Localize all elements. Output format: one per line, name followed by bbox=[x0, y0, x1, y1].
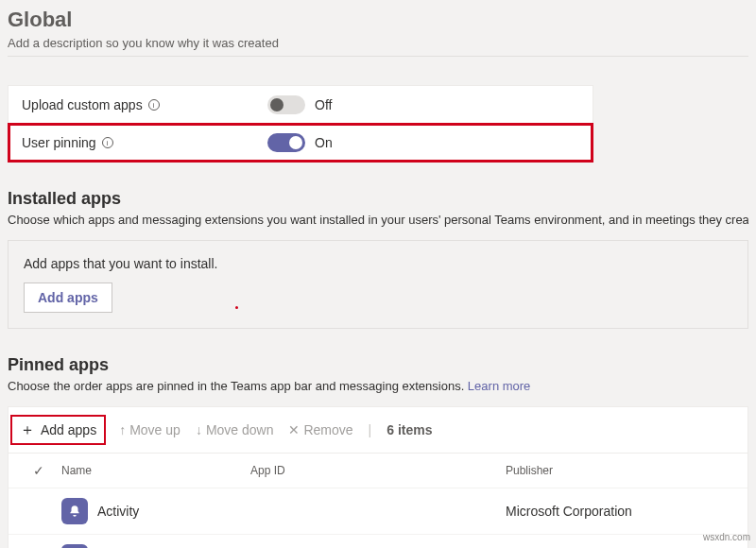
plus-icon: ＋ bbox=[20, 422, 35, 437]
table-header: ✓ Name App ID Publisher bbox=[9, 454, 747, 488]
toggle-state: On bbox=[315, 135, 333, 150]
row-name-cell: Activity bbox=[61, 498, 250, 524]
add-apps-label: Add apps bbox=[41, 422, 96, 437]
pinned-apps-title: Pinned apps bbox=[8, 355, 748, 375]
info-icon[interactable]: i bbox=[148, 99, 160, 111]
row-name: Activity bbox=[97, 504, 139, 519]
label-text: User pinning bbox=[22, 135, 96, 150]
setting-label: Upload custom apps i bbox=[22, 97, 267, 112]
bell-icon bbox=[61, 498, 88, 524]
user-pinning-toggle[interactable] bbox=[267, 133, 305, 152]
setting-label: User pinning i bbox=[22, 135, 267, 150]
move-down-button[interactable]: ↓ Move down bbox=[196, 422, 274, 437]
install-panel-text: Add apps that you want to install. bbox=[24, 256, 732, 271]
move-up-label: Move up bbox=[129, 422, 180, 437]
separator: | bbox=[369, 422, 372, 437]
pinned-apps-toolbar: ＋ Add apps ↑ Move up ↓ Move down ✕ Remov… bbox=[8, 406, 748, 454]
installed-apps-description: Choose which apps and messaging extensio… bbox=[8, 213, 748, 227]
pinned-apps-table: ✓ Name App ID Publisher Activity Microso… bbox=[8, 454, 748, 548]
table-row[interactable]: Activity Microsoft Corporation bbox=[9, 488, 747, 535]
setting-user-pinning: User pinning i On bbox=[9, 124, 593, 162]
row-name-cell: Chat bbox=[61, 544, 250, 548]
table-row[interactable]: Chat Microsoft Corporation bbox=[9, 535, 747, 548]
pinned-add-apps-button[interactable]: ＋ Add apps bbox=[12, 417, 104, 443]
settings-card: Upload custom apps i Off User pinning i … bbox=[8, 85, 593, 163]
desc-text: Choose the order apps are pinned in the … bbox=[8, 379, 468, 393]
toggle-wrap: On bbox=[267, 133, 333, 152]
label-text: Upload custom apps bbox=[22, 97, 143, 112]
move-down-label: Move down bbox=[206, 422, 274, 437]
installed-apps-title: Installed apps bbox=[8, 189, 748, 209]
toggle-wrap: Off bbox=[267, 95, 332, 114]
chat-icon bbox=[61, 544, 88, 548]
remove-label: Remove bbox=[303, 422, 352, 437]
row-publisher: Microsoft Corporation bbox=[506, 504, 740, 519]
marker-dot bbox=[235, 306, 238, 309]
info-icon[interactable]: i bbox=[102, 137, 113, 148]
toggle-state: Off bbox=[315, 97, 332, 112]
setting-upload-custom-apps: Upload custom apps i Off bbox=[9, 86, 593, 124]
remove-button[interactable]: ✕ Remove bbox=[288, 422, 352, 437]
installed-apps-panel: Add apps that you want to install. Add a… bbox=[8, 240, 748, 329]
page-title: Global bbox=[8, 0, 748, 36]
watermark: wsxdn.com bbox=[703, 532, 750, 542]
col-name[interactable]: Name bbox=[61, 464, 250, 477]
pinned-apps-description: Choose the order apps are pinned in the … bbox=[8, 379, 748, 393]
move-up-button[interactable]: ↑ Move up bbox=[119, 422, 180, 437]
col-app-id[interactable]: App ID bbox=[250, 464, 506, 477]
items-count: 6 items bbox=[387, 422, 432, 437]
learn-more-link[interactable]: Learn more bbox=[468, 379, 530, 393]
upload-custom-apps-toggle[interactable] bbox=[267, 95, 305, 114]
page-description: Add a description so you know why it was… bbox=[8, 36, 748, 57]
close-icon: ✕ bbox=[288, 422, 300, 437]
check-all-icon[interactable]: ✓ bbox=[33, 463, 44, 478]
add-apps-button[interactable]: Add apps bbox=[24, 283, 112, 313]
arrow-up-icon: ↑ bbox=[119, 422, 126, 437]
arrow-down-icon: ↓ bbox=[196, 422, 202, 437]
col-publisher[interactable]: Publisher bbox=[506, 464, 740, 477]
